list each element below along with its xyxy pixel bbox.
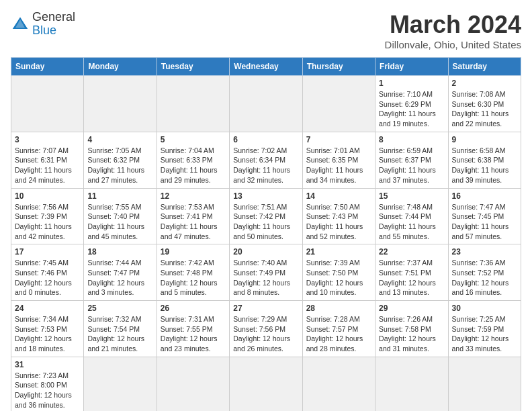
day-info: Sunrise: 7:32 AM Sunset: 7:54 PM Dayligh… — [87, 314, 152, 354]
day-info: Sunrise: 7:31 AM Sunset: 7:55 PM Dayligh… — [161, 314, 226, 354]
weekday-header-row: SundayMondayTuesdayWednesdayThursdayFrid… — [11, 58, 521, 76]
calendar-cell — [302, 357, 375, 411]
calendar-subtitle: Dillonvale, Ohio, United States — [385, 39, 521, 50]
day-number: 13 — [233, 191, 298, 201]
calendar-cell: 10Sunrise: 7:56 AM Sunset: 7:39 PM Dayli… — [11, 188, 84, 244]
calendar-cell: 13Sunrise: 7:51 AM Sunset: 7:42 PM Dayli… — [230, 188, 302, 244]
day-info: Sunrise: 7:23 AM Sunset: 8:00 PM Dayligh… — [15, 371, 80, 410]
day-info: Sunrise: 7:08 AM Sunset: 6:30 PM Dayligh… — [452, 89, 517, 129]
day-info: Sunrise: 7:39 AM Sunset: 7:50 PM Dayligh… — [306, 258, 371, 298]
day-number: 8 — [379, 135, 444, 144]
day-number: 31 — [15, 360, 80, 369]
calendar-cell: 28Sunrise: 7:28 AM Sunset: 7:57 PM Dayli… — [302, 301, 375, 357]
calendar-cell: 11Sunrise: 7:55 AM Sunset: 7:40 PM Dayli… — [84, 188, 157, 244]
calendar-cell: 27Sunrise: 7:29 AM Sunset: 7:56 PM Dayli… — [230, 301, 302, 357]
calendar-table: SundayMondayTuesdayWednesdayThursdayFrid… — [11, 57, 521, 411]
day-info: Sunrise: 7:37 AM Sunset: 7:51 PM Dayligh… — [379, 258, 444, 298]
calendar-cell: 23Sunrise: 7:36 AM Sunset: 7:52 PM Dayli… — [448, 244, 521, 301]
calendar-cell — [230, 357, 302, 411]
day-info: Sunrise: 7:07 AM Sunset: 6:31 PM Dayligh… — [15, 146, 80, 185]
calendar-cell: 5Sunrise: 7:04 AM Sunset: 6:33 PM Daylig… — [157, 132, 229, 188]
day-info: Sunrise: 7:34 AM Sunset: 7:53 PM Dayligh… — [15, 314, 80, 354]
day-info: Sunrise: 7:02 AM Sunset: 6:34 PM Dayligh… — [233, 146, 298, 185]
calendar-week-row: 17Sunrise: 7:45 AM Sunset: 7:46 PM Dayli… — [11, 244, 521, 301]
calendar-cell: 30Sunrise: 7:25 AM Sunset: 7:59 PM Dayli… — [448, 301, 521, 357]
logo-general: General — [32, 10, 75, 24]
day-info: Sunrise: 6:58 AM Sunset: 6:38 PM Dayligh… — [452, 146, 517, 185]
calendar-cell: 15Sunrise: 7:48 AM Sunset: 7:44 PM Dayli… — [375, 188, 448, 244]
day-info: Sunrise: 7:53 AM Sunset: 7:41 PM Dayligh… — [161, 202, 226, 242]
day-info: Sunrise: 7:10 AM Sunset: 6:29 PM Dayligh… — [379, 89, 444, 129]
page-header: General Blue March 2024 Dillonvale, Ohio… — [11, 11, 521, 50]
calendar-cell: 29Sunrise: 7:26 AM Sunset: 7:58 PM Dayli… — [375, 301, 448, 357]
calendar-cell — [84, 76, 157, 132]
day-number: 11 — [87, 191, 152, 201]
title-area: March 2024 Dillonvale, Ohio, United Stat… — [385, 11, 521, 50]
day-number: 23 — [452, 247, 517, 257]
calendar-cell: 21Sunrise: 7:39 AM Sunset: 7:50 PM Dayli… — [302, 244, 375, 301]
day-info: Sunrise: 7:01 AM Sunset: 6:35 PM Dayligh… — [306, 146, 371, 185]
day-number: 29 — [379, 304, 444, 313]
calendar-cell — [84, 357, 157, 411]
calendar-cell: 14Sunrise: 7:50 AM Sunset: 7:43 PM Dayli… — [302, 188, 375, 244]
calendar-cell: 2Sunrise: 7:08 AM Sunset: 6:30 PM Daylig… — [448, 76, 521, 132]
day-number: 15 — [379, 191, 444, 201]
day-number: 14 — [306, 191, 371, 201]
day-info: Sunrise: 6:59 AM Sunset: 6:37 PM Dayligh… — [379, 146, 444, 185]
calendar-cell — [448, 357, 521, 411]
day-info: Sunrise: 7:05 AM Sunset: 6:32 PM Dayligh… — [87, 146, 152, 185]
weekday-header-monday: Monday — [84, 58, 157, 76]
calendar-cell — [157, 76, 229, 132]
calendar-cell: 16Sunrise: 7:47 AM Sunset: 7:45 PM Dayli… — [448, 188, 521, 244]
calendar-cell: 31Sunrise: 7:23 AM Sunset: 8:00 PM Dayli… — [11, 357, 84, 411]
calendar-cell — [375, 357, 448, 411]
calendar-cell: 20Sunrise: 7:40 AM Sunset: 7:49 PM Dayli… — [230, 244, 302, 301]
calendar-header: SundayMondayTuesdayWednesdayThursdayFrid… — [11, 58, 521, 76]
weekday-header-tuesday: Tuesday — [157, 58, 229, 76]
day-number: 2 — [452, 79, 517, 88]
calendar-title: March 2024 — [385, 11, 521, 39]
day-number: 26 — [161, 304, 226, 313]
day-number: 12 — [161, 191, 226, 201]
day-number: 28 — [306, 304, 371, 313]
calendar-cell — [157, 357, 229, 411]
day-info: Sunrise: 7:48 AM Sunset: 7:44 PM Dayligh… — [379, 202, 444, 242]
calendar-cell: 4Sunrise: 7:05 AM Sunset: 6:32 PM Daylig… — [84, 132, 157, 188]
day-info: Sunrise: 7:42 AM Sunset: 7:48 PM Dayligh… — [161, 258, 226, 298]
day-info: Sunrise: 7:26 AM Sunset: 7:58 PM Dayligh… — [379, 314, 444, 354]
day-number: 30 — [452, 304, 517, 313]
day-number: 24 — [15, 304, 80, 313]
calendar-cell: 24Sunrise: 7:34 AM Sunset: 7:53 PM Dayli… — [11, 301, 84, 357]
calendar-body: 1Sunrise: 7:10 AM Sunset: 6:29 PM Daylig… — [11, 76, 521, 412]
day-number: 27 — [233, 304, 298, 313]
day-number: 6 — [233, 135, 298, 144]
day-info: Sunrise: 7:40 AM Sunset: 7:49 PM Dayligh… — [233, 258, 298, 298]
calendar-cell: 3Sunrise: 7:07 AM Sunset: 6:31 PM Daylig… — [11, 132, 84, 188]
day-info: Sunrise: 7:47 AM Sunset: 7:45 PM Dayligh… — [452, 202, 517, 242]
logo: General Blue — [11, 11, 75, 38]
day-number: 22 — [379, 247, 444, 257]
calendar-week-row: 31Sunrise: 7:23 AM Sunset: 8:00 PM Dayli… — [11, 357, 521, 411]
day-number: 21 — [306, 247, 371, 257]
calendar-cell: 12Sunrise: 7:53 AM Sunset: 7:41 PM Dayli… — [157, 188, 229, 244]
calendar-week-row: 3Sunrise: 7:07 AM Sunset: 6:31 PM Daylig… — [11, 132, 521, 188]
day-info: Sunrise: 7:04 AM Sunset: 6:33 PM Dayligh… — [161, 146, 226, 185]
calendar-cell — [302, 76, 375, 132]
calendar-cell: 19Sunrise: 7:42 AM Sunset: 7:48 PM Dayli… — [157, 244, 229, 301]
calendar-cell — [11, 76, 84, 132]
weekday-header-sunday: Sunday — [11, 58, 84, 76]
calendar-cell: 9Sunrise: 6:58 AM Sunset: 6:38 PM Daylig… — [448, 132, 521, 188]
calendar-cell: 26Sunrise: 7:31 AM Sunset: 7:55 PM Dayli… — [157, 301, 229, 357]
day-number: 7 — [306, 135, 371, 144]
calendar-cell: 7Sunrise: 7:01 AM Sunset: 6:35 PM Daylig… — [302, 132, 375, 188]
weekday-header-thursday: Thursday — [302, 58, 375, 76]
day-number: 18 — [87, 247, 152, 257]
day-info: Sunrise: 7:44 AM Sunset: 7:47 PM Dayligh… — [87, 258, 152, 298]
day-info: Sunrise: 7:55 AM Sunset: 7:40 PM Dayligh… — [87, 202, 152, 242]
day-number: 20 — [233, 247, 298, 257]
day-info: Sunrise: 7:29 AM Sunset: 7:56 PM Dayligh… — [233, 314, 298, 354]
day-number: 16 — [452, 191, 517, 201]
calendar-week-row: 24Sunrise: 7:34 AM Sunset: 7:53 PM Dayli… — [11, 301, 521, 357]
calendar-cell: 18Sunrise: 7:44 AM Sunset: 7:47 PM Dayli… — [84, 244, 157, 301]
day-number: 10 — [15, 191, 80, 201]
